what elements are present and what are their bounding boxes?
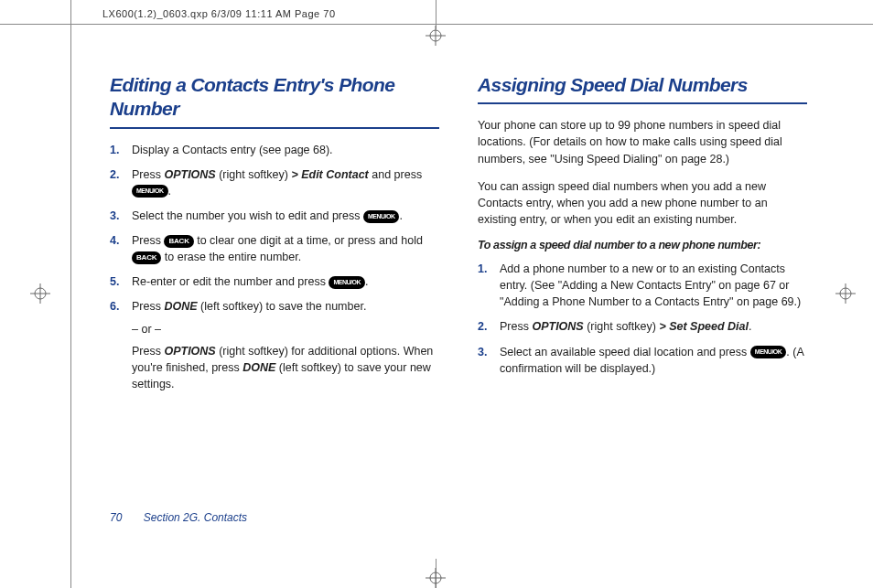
section-label: Section 2G. Contacts bbox=[144, 511, 247, 524]
step-4: Press BACK to clear one digit at a time,… bbox=[110, 232, 439, 265]
left-column: Editing a Contacts Entry's Phone Number … bbox=[110, 73, 439, 401]
registration-mark-bottom-icon bbox=[426, 568, 446, 588]
top-crop-line bbox=[0, 24, 873, 25]
speed-dial-subhead: To assign a speed dial number to a new p… bbox=[478, 239, 807, 251]
back-key-icon: BACK bbox=[164, 235, 193, 248]
sd-step-1: Add a phone number to a new or to an exi… bbox=[478, 261, 807, 310]
step-2: Press OPTIONS (right softkey) > Edit Con… bbox=[110, 166, 439, 199]
menu-ok-key-icon: MENU/OK bbox=[329, 276, 365, 289]
registration-mark-top-icon bbox=[426, 26, 446, 46]
page-content: Editing a Contacts Entry's Phone Number … bbox=[110, 73, 842, 401]
step-5: Re-enter or edit the number and press ME… bbox=[110, 273, 439, 290]
heading-speed-dial: Assigning Speed Dial Numbers bbox=[478, 73, 807, 104]
speed-dial-intro-2: You can assign speed dial numbers when y… bbox=[478, 178, 807, 228]
menu-ok-key-icon: MENU/OK bbox=[363, 210, 400, 223]
page-footer: 70 Section 2G. Contacts bbox=[110, 511, 247, 524]
back-key-icon: BACK bbox=[132, 251, 161, 264]
speed-dial-intro-1: Your phone can store up to 99 phone numb… bbox=[478, 117, 807, 166]
step-1: Display a Contacts entry (see page 68). bbox=[110, 142, 439, 158]
speed-dial-steps: Add a phone number to a new or to an exi… bbox=[478, 261, 807, 377]
sd-step-2: Press OPTIONS (right softkey) > Set Spee… bbox=[478, 318, 807, 335]
page-number: 70 bbox=[110, 511, 122, 524]
print-header: LX600(1.2)_0603.qxp 6/3/09 11:11 AM Page… bbox=[102, 8, 336, 19]
edit-phone-steps: Display a Contacts entry (see page 68). … bbox=[110, 142, 439, 393]
menu-ok-key-icon: MENU/OK bbox=[132, 185, 168, 198]
heading-edit-phone: Editing a Contacts Entry's Phone Number bbox=[110, 73, 439, 129]
sd-step-3: Select an available speed dial location … bbox=[478, 344, 807, 377]
left-crop-line bbox=[70, 0, 71, 588]
step-3: Select the number you wish to edit and p… bbox=[110, 208, 439, 224]
right-column: Assigning Speed Dial Numbers Your phone … bbox=[478, 73, 807, 401]
registration-mark-left-icon bbox=[30, 283, 50, 304]
menu-ok-key-icon: MENU/OK bbox=[750, 346, 787, 358]
step-6: Press DONE (left softkey) to save the nu… bbox=[110, 298, 439, 392]
